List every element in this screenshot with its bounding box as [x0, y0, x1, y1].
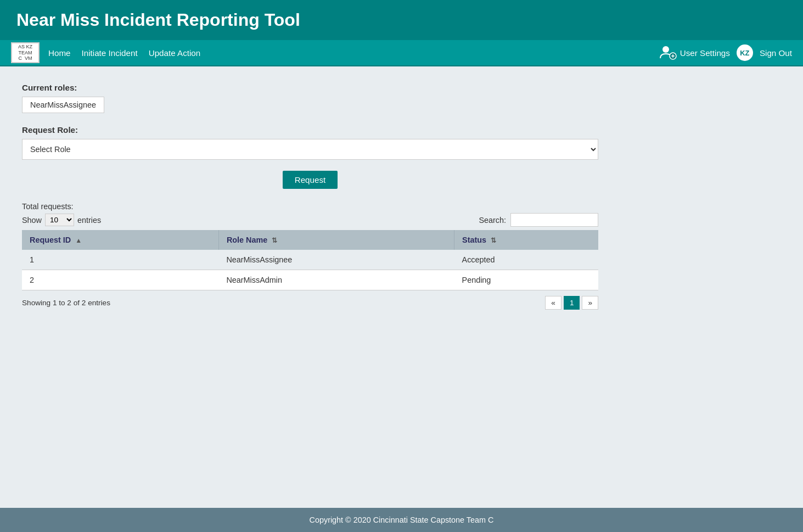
request-btn-row: Request	[22, 171, 598, 189]
cell-role-name: NearMissAdmin	[218, 270, 454, 290]
table-controls: Show 10 25 50 100 entries Search:	[22, 213, 598, 227]
header-top: Near Miss Incident Reporting Tool	[0, 0, 803, 40]
table-footer: Showing 1 to 2 of 2 entries « 1 »	[22, 296, 598, 310]
nav-initiate-incident[interactable]: Initiate Incident	[82, 48, 138, 58]
footer-text: Copyright © 2020 Cincinnati State Capsto…	[310, 516, 494, 524]
col-status[interactable]: Status ⇅	[454, 230, 598, 250]
show-label: Show	[22, 216, 42, 225]
pagination: « 1 »	[545, 296, 598, 310]
cell-status: Accepted	[454, 250, 598, 270]
search-label: Search:	[479, 216, 506, 225]
sign-out-link[interactable]: Sign Out	[760, 48, 792, 58]
request-role-section: Request Role: Select Role NearMissAssign…	[22, 125, 781, 160]
cell-request-id: 1	[22, 250, 218, 270]
svg-point-0	[662, 46, 669, 53]
next-page-button[interactable]: »	[582, 296, 598, 310]
nav-bar: AS KZTEAMC VM Home Initiate Incident Upd…	[0, 40, 803, 66]
main-content: Current roles: NearMissAssignee Request …	[0, 66, 803, 508]
show-entries: Show 10 25 50 100 entries	[22, 214, 101, 226]
search-input[interactable]	[510, 213, 598, 227]
entries-label: entries	[77, 216, 101, 225]
cell-request-id: 2	[22, 270, 218, 290]
prev-page-button[interactable]: «	[545, 296, 561, 310]
table-header: Request ID ▲ Role Name ⇅ Status ⇅	[22, 230, 598, 250]
sort-arrow-role-name: ⇅	[272, 237, 277, 244]
current-role-value: NearMissAssignee	[22, 97, 104, 113]
cell-role-name: NearMissAssignee	[218, 250, 454, 270]
col-role-name[interactable]: Role Name ⇅	[218, 230, 454, 250]
nav-right: User Settings KZ Sign Out	[659, 44, 792, 61]
app-title: Near Miss Incident Reporting Tool	[16, 10, 787, 30]
showing-text: Showing 1 to 2 of 2 entries	[22, 299, 110, 307]
request-button[interactable]: Request	[283, 171, 338, 189]
sort-arrow-request-id: ▲	[75, 237, 82, 244]
data-table: Request ID ▲ Role Name ⇅ Status ⇅ 1NearM…	[22, 230, 598, 290]
footer: Copyright © 2020 Cincinnati State Capsto…	[0, 508, 803, 532]
role-select[interactable]: Select Role NearMissAssignee NearMissAdm…	[22, 139, 598, 160]
nav-left: AS KZTEAMC VM Home Initiate Incident Upd…	[11, 42, 200, 63]
search-row: Search:	[479, 213, 598, 227]
user-settings[interactable]: User Settings	[659, 45, 730, 60]
cell-status: Pending	[454, 270, 598, 290]
page-1-button[interactable]: 1	[564, 296, 580, 310]
kz-avatar: KZ	[737, 44, 753, 61]
user-settings-icon	[659, 45, 677, 60]
table-row: 1NearMissAssigneeAccepted	[22, 250, 598, 270]
request-role-label: Request Role:	[22, 125, 781, 135]
col-request-id[interactable]: Request ID ▲	[22, 230, 218, 250]
nav-links: Home Initiate Incident Update Action	[48, 48, 200, 58]
current-roles-label: Current roles:	[22, 83, 781, 92]
sort-arrow-status: ⇅	[491, 237, 496, 244]
logo: AS KZTEAMC VM	[11, 42, 40, 63]
user-settings-label: User Settings	[680, 48, 730, 58]
nav-home[interactable]: Home	[48, 48, 71, 58]
total-requests-label: Total requests:	[22, 202, 598, 211]
table-row: 2NearMissAdminPending	[22, 270, 598, 290]
table-body: 1NearMissAssigneeAccepted2NearMissAdminP…	[22, 250, 598, 290]
nav-update-action[interactable]: Update Action	[149, 48, 201, 58]
table-section: Total requests: Show 10 25 50 100 entrie…	[22, 202, 598, 310]
entries-select[interactable]: 10 25 50 100	[45, 214, 74, 226]
